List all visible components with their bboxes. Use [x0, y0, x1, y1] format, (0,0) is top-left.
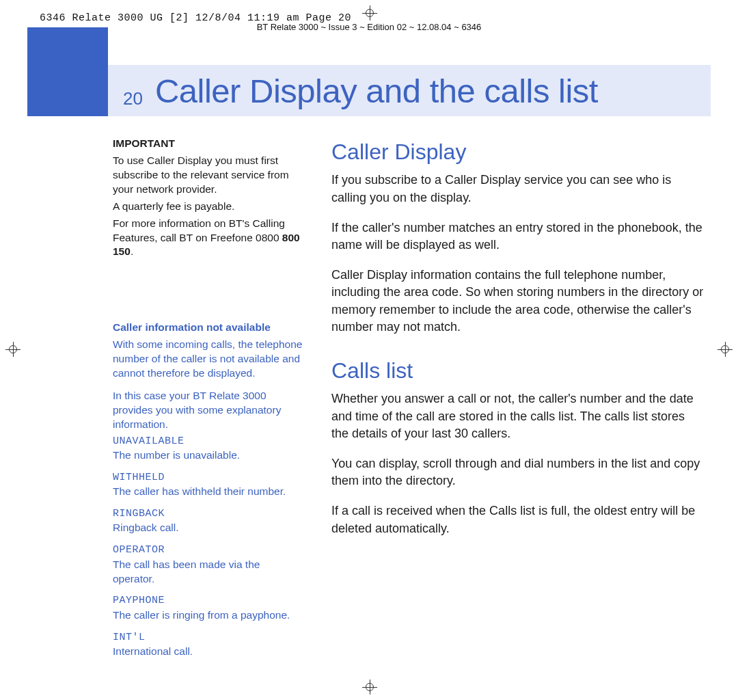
status-code-list: UNAVAILABLEThe number is unavailable.WIT…: [113, 435, 304, 659]
status-item: WITHHELDThe caller has withheld their nu…: [113, 471, 304, 499]
chapter-title: Caller Display and the calls list: [155, 72, 598, 110]
body-columns: IMPORTANT To use Caller Display you must…: [113, 137, 704, 679]
important-body: A quarterly fee is payable.: [113, 200, 304, 214]
body-paragraph: You can display, scroll through and dial…: [331, 455, 704, 490]
body-paragraph: Caller Display information contains the …: [331, 267, 704, 336]
side-color-tab: [27, 27, 108, 116]
status-code: WITHHELD: [113, 471, 304, 485]
body-paragraph: If you subscribe to a Caller Display ser…: [331, 172, 704, 206]
caller-info-heading: Caller information not available: [113, 321, 304, 335]
caller-info-body: With some incoming calls, the telephone …: [113, 338, 304, 381]
page-number: 20: [123, 88, 143, 116]
main-column: Caller Display If you subscribe to a Cal…: [331, 137, 704, 679]
status-code: UNAVAILABLE: [113, 435, 304, 448]
status-code: RINGBACK: [113, 507, 304, 521]
status-code: INT'L: [113, 631, 304, 645]
caller-info-box: Caller information not available With so…: [113, 321, 304, 658]
status-desc: International call.: [113, 645, 193, 657]
chapter-header: 20 Caller Display and the calls list: [108, 65, 711, 116]
status-code: OPERATOR: [113, 543, 304, 557]
document-footer-id: BT Relate 3000 ~ Issue 3 ~ Edition 02 ~ …: [0, 22, 738, 32]
status-item: UNAVAILABLEThe number is unavailable.: [113, 435, 304, 463]
status-code: PAYPHONE: [113, 594, 304, 608]
important-body: To use Caller Display you must first sub…: [113, 154, 304, 197]
important-heading: IMPORTANT: [113, 137, 304, 151]
status-item: INT'LInternational call.: [113, 631, 304, 659]
status-desc: The caller has withheld their number.: [113, 485, 286, 497]
caller-info-body: In this case your BT Relate 3000 provide…: [113, 389, 304, 432]
status-desc: The call has been made via the operator.: [113, 558, 260, 584]
body-paragraph: If a call is received when the Calls lis…: [331, 502, 704, 537]
section-heading: Calls list: [331, 355, 704, 386]
crop-reg-mark-icon: [5, 342, 20, 357]
sidebar: IMPORTANT To use Caller Display you must…: [113, 137, 304, 679]
status-desc: The caller is ringing from a payphone.: [113, 609, 290, 621]
crop-reg-mark-icon: [718, 342, 733, 357]
section-heading: Caller Display: [331, 137, 704, 167]
status-desc: The number is unavailable.: [113, 449, 240, 461]
important-box: IMPORTANT To use Caller Display you must…: [113, 137, 304, 259]
status-item: PAYPHONEThe caller is ringing from a pay…: [113, 594, 304, 622]
crop-reg-mark-icon: [362, 5, 377, 21]
important-body: For more information on BT's Calling Fea…: [113, 217, 304, 260]
status-item: RINGBACKRingback call.: [113, 507, 304, 535]
status-item: OPERATORThe call has been made via the o…: [113, 543, 304, 586]
body-paragraph: If the caller's number matches an entry …: [331, 219, 704, 254]
crop-reg-mark-icon: [362, 679, 377, 695]
body-paragraph: Whether you answer a call or not, the ca…: [331, 390, 704, 443]
status-desc: Ringback call.: [113, 522, 179, 533]
